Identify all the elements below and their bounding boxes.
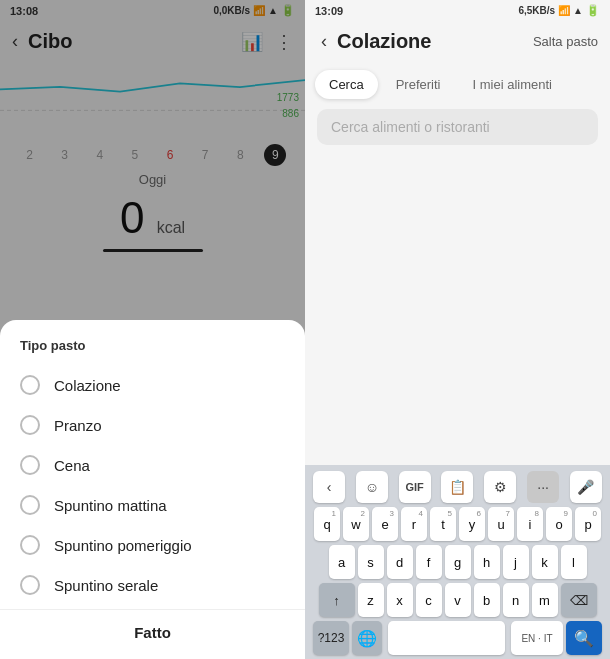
modal-overlay: Tipo pasto Colazione Pranzo Cena Spuntin…	[0, 0, 305, 659]
kbd-a[interactable]: a	[329, 545, 355, 579]
kbd-row-2: a s d f g h j k l	[309, 545, 606, 579]
kbd-u[interactable]: 7u	[488, 507, 514, 541]
search-placeholder: Cerca alimenti o ristoranti	[331, 119, 490, 135]
kbd-f[interactable]: f	[416, 545, 442, 579]
right-panel: 13:09 6,5KB/s 📶 ▲ 🔋 ‹ Colazione Salta pa…	[305, 0, 610, 659]
modal-title: Tipo pasto	[0, 338, 305, 365]
kbd-b[interactable]: b	[474, 583, 500, 617]
right-page-title: Colazione	[337, 30, 533, 53]
right-wifi-icon: ▲	[573, 5, 583, 16]
kbd-clipboard-btn[interactable]: 📋	[441, 471, 473, 503]
label-colazione: Colazione	[54, 377, 121, 394]
option-spuntino-mattina[interactable]: Spuntino mattina	[0, 485, 305, 525]
radio-colazione	[20, 375, 40, 395]
meal-type-modal: Tipo pasto Colazione Pranzo Cena Spuntin…	[0, 320, 305, 659]
right-battery-icon: 🔋	[586, 4, 600, 17]
kbd-emoji-btn[interactable]: ☺	[356, 471, 388, 503]
kbd-o[interactable]: 9o	[546, 507, 572, 541]
kbd-rows: 1q 2w 3e 4r 5t 6y 7u 8i 9o 0p a s d f g …	[307, 507, 608, 655]
right-back-button[interactable]: ‹	[317, 27, 331, 56]
radio-spuntino-mattina	[20, 495, 40, 515]
kbd-t[interactable]: 5t	[430, 507, 456, 541]
kbd-d[interactable]: d	[387, 545, 413, 579]
kbd-space[interactable]	[388, 621, 505, 655]
option-spuntino-serale[interactable]: Spuntino serale	[0, 565, 305, 605]
radio-spuntino-serale	[20, 575, 40, 595]
right-time: 13:09	[315, 5, 343, 17]
label-cena: Cena	[54, 457, 90, 474]
label-spuntino-pomeriggio: Spuntino pomeriggio	[54, 537, 192, 554]
radio-spuntino-pomeriggio	[20, 535, 40, 555]
done-button[interactable]: Fatto	[0, 609, 305, 651]
left-panel: 13:08 0,0KB/s 📶 ▲ 🔋 ‹ Cibo 📊 ⋮ 1773 886 …	[0, 0, 305, 659]
kbd-g[interactable]: g	[445, 545, 471, 579]
kbd-x[interactable]: x	[387, 583, 413, 617]
tabs-row: Cerca Preferiti I miei alimenti	[305, 62, 610, 103]
right-data-speed: 6,5KB/s	[518, 5, 555, 16]
tab-preferiti[interactable]: Preferiti	[382, 70, 455, 99]
right-top-bar: ‹ Colazione Salta pasto	[305, 21, 610, 62]
kbd-more-btn[interactable]: ···	[527, 471, 559, 503]
keyboard: ‹ ☺ GIF 📋 ⚙ ··· 🎤 1q 2w 3e 4r 5t 6y 7u 8…	[305, 465, 610, 659]
kbd-r[interactable]: 4r	[401, 507, 427, 541]
salta-pasto-button[interactable]: Salta pasto	[533, 34, 598, 49]
kbd-n[interactable]: n	[503, 583, 529, 617]
search-bar[interactable]: Cerca alimenti o ristoranti	[317, 109, 598, 145]
label-spuntino-mattina: Spuntino mattina	[54, 497, 167, 514]
kbd-lang[interactable]: EN · IT	[511, 621, 563, 655]
kbd-y[interactable]: 6y	[459, 507, 485, 541]
kbd-search[interactable]: 🔍	[566, 621, 602, 655]
kbd-settings-btn[interactable]: ⚙	[484, 471, 516, 503]
kbd-globe[interactable]: 🌐	[352, 621, 382, 655]
kbd-h[interactable]: h	[474, 545, 500, 579]
kbd-m[interactable]: m	[532, 583, 558, 617]
kbd-q[interactable]: 1q	[314, 507, 340, 541]
option-cena[interactable]: Cena	[0, 445, 305, 485]
kbd-j[interactable]: j	[503, 545, 529, 579]
kbd-row-3: ↑ z x c v b n m ⌫	[309, 583, 606, 617]
kbd-l[interactable]: l	[561, 545, 587, 579]
kbd-v[interactable]: v	[445, 583, 471, 617]
kbd-delete[interactable]: ⌫	[561, 583, 597, 617]
kbd-c[interactable]: c	[416, 583, 442, 617]
kbd-num-toggle[interactable]: ?123	[313, 621, 349, 655]
kbd-p[interactable]: 0p	[575, 507, 601, 541]
label-pranzo: Pranzo	[54, 417, 102, 434]
kbd-z[interactable]: z	[358, 583, 384, 617]
radio-cena	[20, 455, 40, 475]
keyboard-toolbar: ‹ ☺ GIF 📋 ⚙ ··· 🎤	[307, 471, 608, 507]
kbd-mic-btn[interactable]: 🎤	[570, 471, 602, 503]
right-status-bar: 13:09 6,5KB/s 📶 ▲ 🔋	[305, 0, 610, 21]
kbd-w[interactable]: 2w	[343, 507, 369, 541]
kbd-s[interactable]: s	[358, 545, 384, 579]
radio-pranzo	[20, 415, 40, 435]
option-colazione[interactable]: Colazione	[0, 365, 305, 405]
kbd-row-1: 1q 2w 3e 4r 5t 6y 7u 8i 9o 0p	[309, 507, 606, 541]
kbd-e[interactable]: 3e	[372, 507, 398, 541]
tab-cerca[interactable]: Cerca	[315, 70, 378, 99]
label-spuntino-serale: Spuntino serale	[54, 577, 158, 594]
right-signal-icon: 📶	[558, 5, 570, 16]
option-pranzo[interactable]: Pranzo	[0, 405, 305, 445]
kbd-gif-btn[interactable]: GIF	[399, 471, 431, 503]
kbd-k[interactable]: k	[532, 545, 558, 579]
right-status-icons: 6,5KB/s 📶 ▲ 🔋	[518, 4, 600, 17]
kbd-i[interactable]: 8i	[517, 507, 543, 541]
kbd-shift[interactable]: ↑	[319, 583, 355, 617]
option-spuntino-pomeriggio[interactable]: Spuntino pomeriggio	[0, 525, 305, 565]
kbd-bottom-row: ?123 🌐 EN · IT 🔍	[309, 621, 606, 655]
tab-miei-alimenti[interactable]: I miei alimenti	[458, 70, 565, 99]
kbd-back-btn[interactable]: ‹	[313, 471, 345, 503]
